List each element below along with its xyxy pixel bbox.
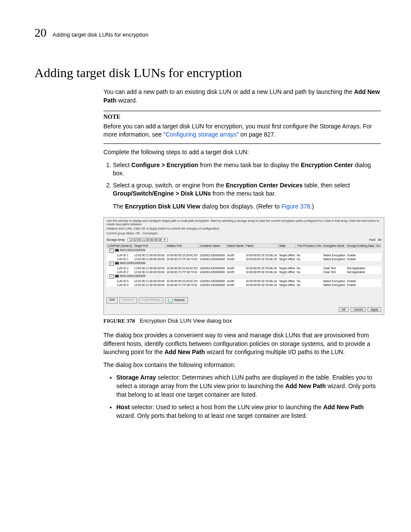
- figure-screenshot: Use this window to display and configure…: [103, 217, 384, 315]
- column-header[interactable]: Fabric: [245, 244, 278, 248]
- list-item: Storage Array selector: Determines which…: [116, 373, 381, 399]
- copy-settings-button[interactable]: Copy Settings: [139, 297, 164, 304]
- step-item: Select Configure > Encryption from the m…: [113, 161, 381, 178]
- steps-list: Select Configure > Encryption from the m…: [103, 161, 381, 198]
- add-button[interactable]: Add: [106, 297, 118, 304]
- storage-array-select[interactable]: 12:82:00:11:00:00:00:00▼: [128, 238, 168, 242]
- paragraph: The dialog box provides a convenient way…: [103, 331, 381, 357]
- column-header[interactable]: LUN/Path (Serial #): [107, 244, 134, 248]
- refresh-button[interactable]: Refresh: [165, 297, 188, 304]
- lun-table: LUN/Path (Serial #)Target PortInitiator …: [106, 243, 381, 287]
- group-row[interactable]: −600110D012005200: [107, 261, 381, 266]
- device-icon: [115, 262, 119, 264]
- table-row[interactable]: LUN ID 112:82:00:11:00:00:00:0010:00:00:…: [107, 253, 381, 257]
- figure-caption: FIGURE 378 Encryption Disk LUN View dial…: [103, 317, 381, 324]
- column-header[interactable]: Target Port: [133, 244, 165, 248]
- link-figure-378[interactable]: Figure 378: [281, 203, 310, 210]
- chevron-down-icon: ▼: [163, 239, 166, 241]
- running-title: Adding target disk LUNs for encryption: [53, 31, 149, 38]
- step-item: Select a group, switch, or engine from t…: [113, 181, 381, 198]
- cancel-button[interactable]: Cancel: [351, 307, 366, 312]
- column-header[interactable]: Container Name: [199, 244, 226, 248]
- note-text: Before you can add a target disk LUN for…: [103, 122, 381, 144]
- complete-sentence: Complete the following steps to add a ta…: [103, 148, 381, 157]
- bullet-list: Storage Array selector: Determines which…: [103, 373, 381, 420]
- host-value: All: [378, 238, 381, 241]
- column-header[interactable]: Encryption Mode: [322, 244, 346, 248]
- link-configuring-arrays[interactable]: "Configuring storage arrays": [163, 131, 239, 138]
- device-icon: [115, 275, 119, 277]
- table-row[interactable]: LUN ID 112:82:00:11:00:00:00:0010:00:00:…: [107, 257, 381, 261]
- refresh-icon: [168, 298, 173, 303]
- group-row[interactable]: −600110D012005200: [107, 274, 381, 279]
- column-header[interactable]: Encrypt Existing Data: [346, 244, 376, 248]
- ss-status: Current group status: OK - Converged.: [106, 232, 381, 235]
- note-label: NOTE: [103, 111, 381, 121]
- column-header[interactable]: Initiator Port: [165, 244, 199, 248]
- collapse-icon[interactable]: −: [109, 249, 114, 253]
- table-row[interactable]: LUN ID 212:82:00:11:00:00:00:0010:00:00:…: [107, 266, 381, 270]
- page-title: Adding target disk LUNs for encryption: [34, 65, 381, 80]
- ss-instruction: Use this window to display and configure…: [106, 219, 381, 227]
- column-header[interactable]: State: [278, 244, 296, 248]
- table-row[interactable]: LUN ID 012:82:00:11:00:00:00:0010:00:00:…: [107, 283, 381, 287]
- table-row[interactable]: LUN ID 212:82:00:11:00:00:00:0010:00:00:…: [107, 270, 381, 274]
- device-icon: [115, 249, 119, 252]
- table-row[interactable]: LUN ID 012:82:00:11:00:00:00:0010:00:00:…: [107, 279, 381, 283]
- ok-button[interactable]: OK: [339, 307, 349, 312]
- remove-button[interactable]: Remove: [119, 297, 137, 304]
- page-number: 20: [34, 26, 47, 40]
- apply-button[interactable]: Apply: [367, 307, 381, 312]
- list-item: Host selector: Used to select a host fro…: [116, 403, 381, 420]
- column-header[interactable]: Ke: [375, 244, 381, 248]
- collapse-icon[interactable]: −: [109, 261, 114, 266]
- page-header: 20 Adding target disk LUNs for encryptio…: [34, 26, 381, 40]
- paragraph: The dialog box contains the following in…: [103, 361, 381, 370]
- after-steps: The Encryption Disk LUN View dialog box …: [113, 202, 381, 211]
- column-header[interactable]: Switch Name: [226, 244, 245, 248]
- intro-paragraph: You can add a new path to an existing di…: [103, 88, 381, 105]
- column-header[interactable]: Thin Provision LUN: [296, 244, 322, 248]
- ss-instruction: Initiators and LUNs. Click OK or Apply b…: [106, 227, 381, 230]
- collapse-icon[interactable]: −: [109, 274, 114, 279]
- storage-array-label: Storage Array: [106, 238, 125, 241]
- host-label: Host: [369, 238, 375, 241]
- group-row[interactable]: −600110D012005200: [107, 248, 381, 254]
